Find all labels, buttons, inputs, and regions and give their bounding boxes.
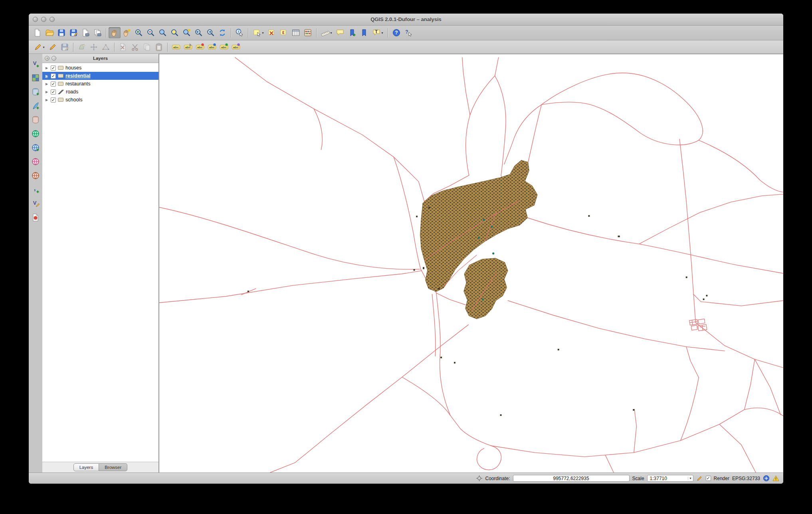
label-show-hide-button[interactable]: abc <box>194 42 206 53</box>
add-mssql-layer-button[interactable] <box>30 115 41 125</box>
layer-item-roads[interactable]: ▶ ✓ roads <box>42 88 158 96</box>
add-delimited-text-layer-button[interactable]: , <box>30 184 41 195</box>
layer-item-restaurants[interactable]: ▶ ✓ restaurants <box>42 80 158 88</box>
help-contents-button[interactable]: ? <box>390 27 402 38</box>
paste-features-button[interactable] <box>153 42 165 53</box>
current-edits-button[interactable]: ▾ <box>32 42 47 53</box>
layer-visibility-checkbox[interactable]: ✓ <box>51 81 56 87</box>
layers-panel: × ◦ Layers ▶ ✓ houses ▶ ✓ <box>42 54 159 472</box>
new-spatialite-layer-button[interactable] <box>30 212 41 223</box>
qgis-window: QGIS 2.0.1-Dufour – analysis i ▾ ε ▾ T▾ <box>29 14 783 484</box>
layer-visibility-checkbox[interactable]: ✓ <box>51 97 56 103</box>
toolbar-separator <box>106 28 106 38</box>
add-raster-layer-button[interactable] <box>30 73 41 83</box>
zoom-last-button[interactable] <box>192 27 204 38</box>
expand-arrow-icon[interactable]: ▶ <box>45 74 49 78</box>
show-bookmarks-button[interactable] <box>358 27 370 38</box>
save-project-button[interactable] <box>55 27 67 38</box>
add-wcs-layer-button[interactable] <box>30 156 41 167</box>
zoom-to-selection-button[interactable] <box>168 27 180 38</box>
layer-visibility-checkbox[interactable]: ✓ <box>51 65 56 71</box>
tab-browser[interactable]: Browser <box>99 463 127 471</box>
tab-layers[interactable]: Layers <box>73 463 99 471</box>
open-attribute-table-button[interactable] <box>290 27 302 38</box>
field-calculator-button[interactable] <box>302 27 314 38</box>
text-annotation-button[interactable]: T▾ <box>370 27 385 38</box>
messages-log-icon[interactable] <box>772 475 779 482</box>
zoom-out-button[interactable] <box>145 27 156 38</box>
move-feature-button[interactable] <box>88 42 100 53</box>
label-rotate-button[interactable]: abc <box>218 42 230 53</box>
add-postgis-layer-button[interactable] <box>30 87 41 97</box>
layer-item-houses[interactable]: ▶ ✓ houses <box>42 64 158 72</box>
title-bar[interactable]: QGIS 2.0.1-Dufour – analysis <box>29 14 783 26</box>
whats-this-button[interactable]: ? <box>402 27 414 38</box>
label-move-button[interactable]: abc <box>206 42 218 53</box>
minimize-window-button[interactable] <box>41 17 46 22</box>
cut-features-button[interactable] <box>129 42 141 53</box>
select-features-button[interactable]: ▾ <box>251 27 266 38</box>
labeling-button[interactable]: abc <box>170 42 182 53</box>
set-scale-icon[interactable] <box>696 475 703 482</box>
toggle-editing-button[interactable] <box>47 42 59 53</box>
label-properties-button[interactable]: abc <box>230 42 242 53</box>
add-oracle-layer-button[interactable] <box>30 128 41 139</box>
new-bookmark-button[interactable] <box>346 27 358 38</box>
desktop-background: { "window": { "title": "QGIS 2.0.1-Dufou… <box>0 0 812 514</box>
refresh-map-button[interactable] <box>216 27 228 38</box>
chevron-down-icon: ▾ <box>262 31 263 35</box>
zoom-in-button[interactable] <box>133 27 145 38</box>
layer-item-schools[interactable]: ▶ ✓ schools <box>42 96 158 104</box>
window-controls <box>33 17 55 22</box>
layer-list: ▶ ✓ houses ▶ ✓ residential ▶ <box>42 63 158 462</box>
layer-type-icon <box>58 74 63 78</box>
add-feature-button[interactable] <box>76 42 88 53</box>
zoom-full-button[interactable] <box>156 27 168 38</box>
scale-combo[interactable]: 1:37710 ▾ <box>647 475 693 482</box>
layer-type-icon <box>58 98 63 102</box>
new-print-composer-button[interactable] <box>79 27 91 38</box>
coordinate-input[interactable] <box>513 475 630 482</box>
composer-manager-button[interactable] <box>91 27 103 38</box>
layer-item-residential[interactable]: ▶ ✓ residential <box>42 72 158 80</box>
add-spatialite-layer-button[interactable] <box>30 101 41 111</box>
expand-arrow-icon[interactable]: ▶ <box>45 90 49 94</box>
open-project-button[interactable] <box>44 27 55 38</box>
crs-status-icon[interactable] <box>763 475 770 482</box>
zoom-to-layer-button[interactable] <box>180 27 192 38</box>
save-layer-edits-button[interactable] <box>59 42 71 53</box>
label-pin-button[interactable]: abc <box>182 42 194 53</box>
layer-visibility-checkbox[interactable]: ✓ <box>51 89 56 95</box>
residential-layer <box>420 160 538 319</box>
save-project-as-button[interactable] <box>67 27 79 38</box>
mouse-position-icon[interactable] <box>476 475 483 482</box>
pan-to-selection-button[interactable] <box>121 27 133 38</box>
add-wfs-layer-button[interactable] <box>30 170 41 181</box>
new-project-button[interactable] <box>32 27 44 38</box>
layer-visibility-checkbox[interactable]: ✓ <box>51 73 56 79</box>
delete-selected-button[interactable] <box>117 42 129 53</box>
add-vector-layer-button[interactable]: V <box>30 59 41 69</box>
measure-line-button[interactable]: ▾ <box>319 27 334 38</box>
close-window-button[interactable] <box>33 17 38 22</box>
pan-map-button[interactable] <box>109 27 121 38</box>
deselect-features-button[interactable] <box>266 27 278 38</box>
expand-arrow-icon[interactable]: ▶ <box>45 98 49 102</box>
render-checkbox[interactable]: ✓ <box>706 476 711 481</box>
map-tips-button[interactable] <box>334 27 346 38</box>
float-panel-button[interactable]: ◦ <box>51 56 56 61</box>
layer-label: restaurants <box>65 81 91 87</box>
copy-features-button[interactable] <box>141 42 153 53</box>
close-panel-button[interactable]: × <box>45 56 50 61</box>
zoom-window-button[interactable] <box>50 17 55 22</box>
add-wms-layer-button[interactable] <box>30 142 41 153</box>
identify-features-button[interactable]: i <box>234 27 246 38</box>
expand-arrow-icon[interactable]: ▶ <box>45 82 49 86</box>
zoom-next-button[interactable] <box>204 27 216 38</box>
toolbar-separator <box>248 28 248 38</box>
node-tool-button[interactable] <box>100 42 112 53</box>
expand-arrow-icon[interactable]: ▶ <box>45 66 49 70</box>
map-canvas[interactable] <box>159 54 783 472</box>
new-shapefile-layer-button[interactable]: V <box>30 198 41 209</box>
select-by-expression-button[interactable]: ε <box>278 27 290 38</box>
